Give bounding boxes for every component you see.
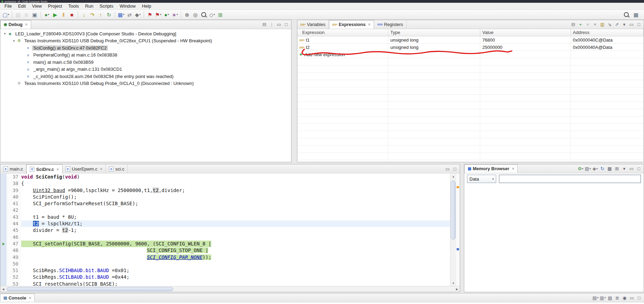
breakpoint-margin[interactable] bbox=[0, 247, 7, 254]
refresh-icon[interactable]: ↻ bbox=[599, 165, 606, 172]
scroll-down-icon[interactable]: ▼ bbox=[450, 280, 456, 286]
breakpoint-margin[interactable] bbox=[0, 227, 7, 234]
breakpoint-margin[interactable] bbox=[0, 220, 7, 227]
column-header-address[interactable]: Address bbox=[571, 29, 644, 36]
remove-expression-icon[interactable]: × bbox=[584, 21, 591, 28]
code-line-37[interactable]: 37void SciConfig(void) bbox=[0, 174, 450, 180]
new-icon[interactable]: ▢▾ bbox=[2, 11, 10, 18]
profile-launch-icon[interactable]: ∗▾ bbox=[171, 11, 179, 18]
breakpoint-margin[interactable] bbox=[0, 207, 7, 214]
tab-debug[interactable]: ◉ Debug × bbox=[0, 20, 31, 29]
scroll-left-icon[interactable]: ◀ bbox=[0, 286, 6, 292]
code-line-47[interactable]: 47 SCI_setConfig(SCIB_BASE, 25000000, 96… bbox=[0, 241, 450, 247]
minimize-icon[interactable]: ▭ bbox=[444, 166, 451, 173]
vertical-sash[interactable] bbox=[291, 20, 297, 162]
selection-marker[interactable] bbox=[457, 248, 459, 250]
code-line-52[interactable]: 52 ScibRegs.SCILBAUD.bit.BAUD =0x44; bbox=[0, 274, 450, 280]
tab-console[interactable]: ▤ Console × bbox=[0, 294, 35, 302]
breakpoint-margin[interactable] bbox=[0, 214, 7, 220]
frame-main-row[interactable]: ≡main() at main.c:58 0x083B59 bbox=[0, 59, 291, 66]
code-line-39[interactable]: 39 Uint32 baud =9600,lspclkHz = 25000000… bbox=[0, 187, 450, 194]
cla1-thread-row[interactable]: ⚙Texas Instruments XDS110 USB Debug Prob… bbox=[0, 80, 291, 87]
code-line-48[interactable]: 48 SCI_CONFIG_STOP_ONE | bbox=[0, 247, 450, 254]
cell-value[interactable]: 25000000 bbox=[480, 44, 571, 51]
menu-window[interactable]: Window bbox=[117, 3, 139, 9]
close-icon[interactable]: × bbox=[25, 22, 28, 27]
scroll-lock-icon[interactable]: ≣ bbox=[614, 294, 621, 301]
breakpoint-margin[interactable] bbox=[0, 187, 7, 194]
collapse-all-icon[interactable]: ⊟ bbox=[261, 21, 268, 28]
breakpoint-margin[interactable] bbox=[0, 174, 7, 180]
breakpoint-margin[interactable] bbox=[0, 281, 7, 286]
cell-expression[interactable]: (x)=t2 bbox=[297, 44, 388, 51]
perspective-icon[interactable]: ▦ bbox=[632, 11, 640, 18]
tab-variables[interactable]: (x)=Variables bbox=[297, 20, 329, 29]
frame-c-int00-row[interactable]: ≡_c_int00() at boot28.asm:264 0x083C94 (… bbox=[0, 73, 291, 80]
display-selected-icon[interactable]: ▥▾ bbox=[599, 294, 606, 301]
expander-icon[interactable]: ▾ bbox=[11, 39, 16, 43]
open-element-icon[interactable]: ⊞ bbox=[217, 11, 224, 18]
column-header-type[interactable]: Type bbox=[388, 29, 480, 36]
resume-icon[interactable]: ▶ bbox=[51, 11, 59, 18]
debug-launch-icon[interactable]: ●▾ bbox=[43, 11, 51, 18]
memory-view-icon[interactable]: ◆▾ bbox=[134, 11, 142, 18]
cell-value[interactable]: 76800 bbox=[480, 36, 571, 43]
zoom-icon[interactable]: ⊕ bbox=[183, 11, 191, 18]
close-icon[interactable]: × bbox=[512, 166, 515, 171]
column-header-value[interactable]: Value bbox=[480, 29, 571, 36]
pin-console-icon[interactable]: ◉ bbox=[621, 294, 628, 301]
clear-console-icon[interactable]: ▧ bbox=[607, 294, 613, 301]
horizontal-scrollbar[interactable]: ◀ ▶ bbox=[0, 286, 460, 292]
menu-project[interactable]: Project bbox=[45, 3, 65, 9]
scrollbar-thumb[interactable] bbox=[451, 181, 456, 240]
menu-scripts[interactable]: Scripts bbox=[96, 3, 117, 9]
save-memory-icon[interactable]: ▦ bbox=[606, 165, 613, 172]
search-icon[interactable] bbox=[200, 11, 207, 18]
code-line-38[interactable]: 38{ bbox=[0, 180, 450, 187]
remove-all-icon[interactable]: × bbox=[592, 21, 599, 28]
scroll-right-icon[interactable]: ▶ bbox=[454, 286, 460, 292]
editor-tab-sci-c[interactable]: csci.c bbox=[106, 164, 128, 174]
maximize-icon[interactable]: □ bbox=[283, 21, 290, 28]
scroll-up-icon[interactable]: ▲ bbox=[450, 174, 456, 179]
maximize-icon[interactable]: □ bbox=[635, 21, 642, 28]
add-expression-icon[interactable]: + bbox=[577, 21, 584, 28]
show-columns-icon[interactable]: ▥ bbox=[599, 21, 606, 28]
import-icon[interactable]: ⇘ bbox=[606, 21, 613, 28]
breakpoint-margin[interactable] bbox=[0, 261, 7, 267]
frame-peripheralconfig-row[interactable]: ≡PeripheralConfig() at main.c:16 0x083B3… bbox=[0, 52, 291, 59]
toggle-breakpoint-icon[interactable]: ⚑ bbox=[146, 11, 154, 18]
breakpoint-margin[interactable] bbox=[0, 180, 7, 187]
launch-config-row[interactable]: ▾◈LED_Loader_F280049-XDS100V3 [Code Comp… bbox=[0, 30, 291, 37]
breakpoint-margin[interactable] bbox=[0, 194, 7, 200]
view-menu-icon[interactable]: ⋮ bbox=[268, 21, 275, 28]
go-to-address-icon[interactable]: ◆▾ bbox=[592, 165, 599, 172]
menu-run[interactable]: Run bbox=[82, 3, 96, 9]
step-into-icon[interactable]: ↓ bbox=[80, 11, 88, 18]
next-console-icon[interactable]: ▤▾ bbox=[592, 294, 599, 301]
minimize-icon[interactable]: ▭ bbox=[628, 165, 635, 172]
breakpoint-margin[interactable] bbox=[0, 267, 7, 274]
minimize-icon[interactable]: ▭ bbox=[276, 21, 282, 28]
minimize-icon[interactable]: ▭ bbox=[628, 294, 635, 301]
code-line-49[interactable]: 49 SCI_CONFIG_PAR_NONE)); bbox=[0, 254, 450, 261]
scrollbar-thumb[interactable] bbox=[7, 287, 173, 291]
disassembly-icon[interactable]: ▦▾ bbox=[117, 11, 125, 18]
export-icon[interactable]: ⇗ bbox=[613, 21, 620, 28]
code-line-41[interactable]: 41 SCI_performSoftwareReset(SCIB_BASE); bbox=[0, 200, 450, 207]
maximize-icon[interactable]: □ bbox=[636, 294, 643, 301]
code-line-46[interactable]: 46 bbox=[0, 234, 450, 241]
code-line-53[interactable]: 53 SCI_resetChannels(SCIB_BASE); bbox=[0, 281, 450, 286]
maximize-icon[interactable]: □ bbox=[635, 165, 642, 172]
suspend-icon[interactable]: ‖ bbox=[60, 11, 67, 18]
editor-tab-UserEpwm-c[interactable]: cUserEpwm.c× bbox=[62, 164, 106, 174]
step-return-icon[interactable]: ↑ bbox=[97, 11, 104, 18]
tab-registers[interactable]: 1010Registers bbox=[374, 20, 407, 29]
memory-address-input[interactable] bbox=[499, 175, 641, 183]
expression-row-t1[interactable]: (x)=t1unsigned long768000x0000040C@Data bbox=[297, 36, 644, 44]
menu-file[interactable]: File bbox=[1, 3, 15, 9]
vertical-scrollbar[interactable]: ▲ ▼ bbox=[450, 174, 456, 286]
menu-edit[interactable]: Edit bbox=[15, 3, 29, 9]
cell-expression[interactable]: (x)=t1 bbox=[297, 36, 388, 43]
code-editor[interactable]: 37void SciConfig(void)38{39 Uint32 baud … bbox=[0, 174, 450, 286]
